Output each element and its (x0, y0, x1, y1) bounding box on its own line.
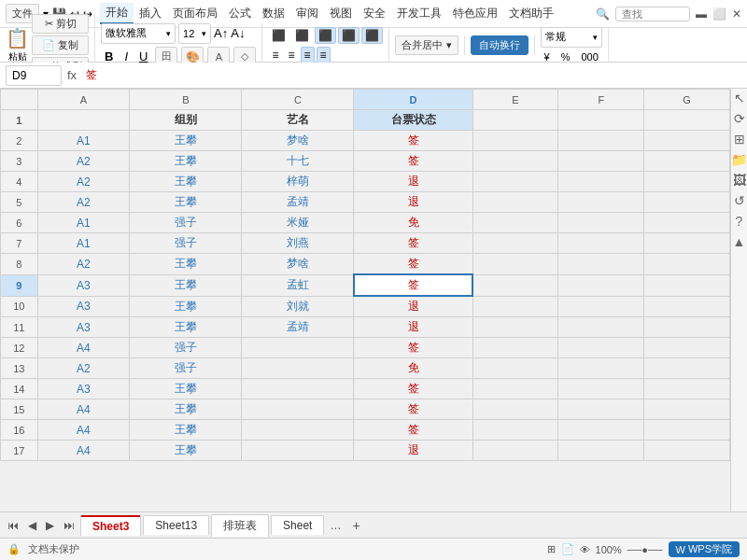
cell-r11-c6[interactable] (558, 317, 644, 338)
cell-r9-c2[interactable]: 王攀 (130, 274, 242, 296)
cell-r4-c2[interactable]: 王攀 (130, 172, 242, 192)
cell-r3-c1[interactable]: A2 (37, 151, 130, 172)
cell-r15-c5[interactable] (472, 399, 558, 420)
cell-r9-c7[interactable] (644, 274, 730, 296)
minimize-icon[interactable]: ▬ (696, 7, 707, 21)
cell-r12-c6[interactable] (558, 338, 644, 358)
thousand-button[interactable]: 000 (577, 50, 601, 63)
cell-r2-c1[interactable]: A1 (37, 131, 130, 151)
tab-data[interactable]: 数据 (257, 4, 290, 23)
cell-r9-c5[interactable] (472, 274, 558, 296)
align-left-button[interactable]: ≡ (268, 47, 282, 63)
tab-layout[interactable]: 页面布局 (167, 4, 223, 23)
col-header-C[interactable]: C (242, 90, 354, 110)
tab-devtools[interactable]: 开发工具 (391, 4, 447, 23)
font-increase-icon[interactable]: A↑ (214, 26, 228, 40)
cell-r5-c4[interactable]: 退 (354, 192, 472, 213)
cell-r1-c3[interactable]: 艺名 (242, 110, 354, 131)
add-sheet-button[interactable]: + (346, 516, 365, 535)
cell-r8-c6[interactable] (558, 254, 644, 275)
auto-wrap-button[interactable]: 自动换行 (471, 35, 529, 55)
cell-r7-c1[interactable]: A1 (37, 233, 130, 254)
cell-r4-c7[interactable] (644, 172, 730, 192)
col-header-F[interactable]: F (558, 90, 644, 110)
align-bottom-button[interactable]: ⬛ (361, 27, 383, 44)
cell-r14-c6[interactable] (558, 379, 644, 399)
cell-r13-c4[interactable]: 免 (354, 358, 472, 379)
cell-r13-c1[interactable]: A2 (37, 358, 130, 379)
tab-first-button[interactable]: ⏮ (4, 517, 22, 534)
formula-input[interactable] (82, 68, 741, 83)
cell-r7-c7[interactable] (644, 233, 730, 254)
col-header-D[interactable]: D (354, 90, 472, 110)
cell-r8-c1[interactable]: A2 (37, 254, 130, 275)
font-size-dropdown[interactable]: 12 ▾ (178, 23, 211, 44)
cell-r11-c5[interactable] (472, 317, 558, 338)
cell-r9-c4[interactable]: 签 (354, 274, 472, 296)
tab-start[interactable]: 开始 (100, 3, 134, 24)
cell-r17-c3[interactable] (242, 441, 354, 461)
cell-r1-c5[interactable] (472, 110, 558, 131)
cell-r9-c3[interactable]: 孟虹 (242, 274, 354, 296)
cell-r16-c5[interactable] (472, 420, 558, 441)
cell-r5-c6[interactable] (558, 192, 644, 213)
align-middle-button[interactable]: ⬛ (338, 27, 359, 44)
cell-r14-c5[interactable] (472, 379, 558, 399)
sheet-tab-sheet[interactable]: Sheet (271, 515, 324, 535)
cell-r11-c4[interactable]: 退 (354, 317, 472, 338)
tab-last-button[interactable]: ⏭ (60, 517, 78, 534)
cell-r7-c2[interactable]: 强子 (130, 233, 242, 254)
cell-r6-c2[interactable]: 强子 (130, 213, 242, 233)
cell-r2-c2[interactable]: 王攀 (130, 131, 242, 151)
cell-r13-c5[interactable] (472, 358, 558, 379)
close-icon[interactable]: ✕ (732, 7, 741, 21)
font-decrease-icon[interactable]: A↓ (231, 26, 245, 40)
cell-r12-c5[interactable] (472, 338, 558, 358)
cell-r15-c7[interactable] (644, 399, 730, 420)
align-right-button[interactable]: ≡ (301, 47, 315, 63)
cell-r14-c3[interactable] (242, 379, 354, 399)
cell-r10-c4[interactable]: 退 (354, 296, 472, 317)
tab-features[interactable]: 特色应用 (447, 4, 503, 23)
col-header-A[interactable]: A (37, 90, 130, 110)
col-header-G[interactable]: G (644, 90, 730, 110)
cell-r16-c4[interactable]: 签 (354, 420, 472, 441)
cell-r10-c3[interactable]: 刘就 (242, 296, 354, 317)
cell-r11-c7[interactable] (644, 317, 730, 338)
cut-button[interactable]: ✂ 剪切 (32, 14, 89, 34)
cell-r13-c3[interactable] (242, 358, 354, 379)
justify-button[interactable]: ≡ (317, 47, 331, 63)
cell-r17-c1[interactable]: A4 (37, 441, 130, 461)
zoom-slider[interactable]: ──●── (627, 544, 663, 555)
cell-r1-c6[interactable] (558, 110, 644, 131)
cell-r8-c3[interactable]: 梦啥 (242, 254, 354, 275)
cell-r1-c1[interactable] (37, 110, 130, 131)
cell-r2-c7[interactable] (644, 131, 730, 151)
cell-r4-c4[interactable]: 退 (354, 172, 472, 192)
cell-r10-c1[interactable]: A3 (37, 296, 130, 317)
cell-r16-c7[interactable] (644, 420, 730, 441)
align-top-left-button[interactable]: ⬛ (268, 27, 289, 44)
cell-r13-c6[interactable] (558, 358, 644, 379)
align-top-right-button[interactable]: ⬛ (315, 27, 336, 44)
cell-r3-c3[interactable]: 十七 (242, 151, 354, 172)
sheet-tab-sheet13[interactable]: Sheet13 (143, 515, 209, 535)
cell-r14-c4[interactable]: 签 (354, 379, 472, 399)
cell-r8-c7[interactable] (644, 254, 730, 275)
copy-button[interactable]: 📄 复制 (32, 35, 89, 55)
cell-r3-c7[interactable] (644, 151, 730, 172)
cell-r17-c7[interactable] (644, 441, 730, 461)
tab-formula[interactable]: 公式 (223, 4, 257, 23)
view-page-icon[interactable]: 📄 (561, 543, 574, 555)
cell-r4-c5[interactable] (472, 172, 558, 192)
cell-r4-c1[interactable]: A2 (37, 172, 130, 192)
cell-r11-c3[interactable]: 孟靖 (242, 317, 354, 338)
cell-r5-c2[interactable]: 王攀 (130, 192, 242, 213)
cell-r6-c1[interactable]: A1 (37, 213, 130, 233)
cell-r2-c4[interactable]: 签 (354, 131, 472, 151)
cell-r5-c5[interactable] (472, 192, 558, 213)
currency-button[interactable]: ¥ (541, 50, 554, 63)
cell-r16-c6[interactable] (558, 420, 644, 441)
cell-r12-c3[interactable] (242, 338, 354, 358)
cell-r6-c3[interactable]: 米娅 (242, 213, 354, 233)
